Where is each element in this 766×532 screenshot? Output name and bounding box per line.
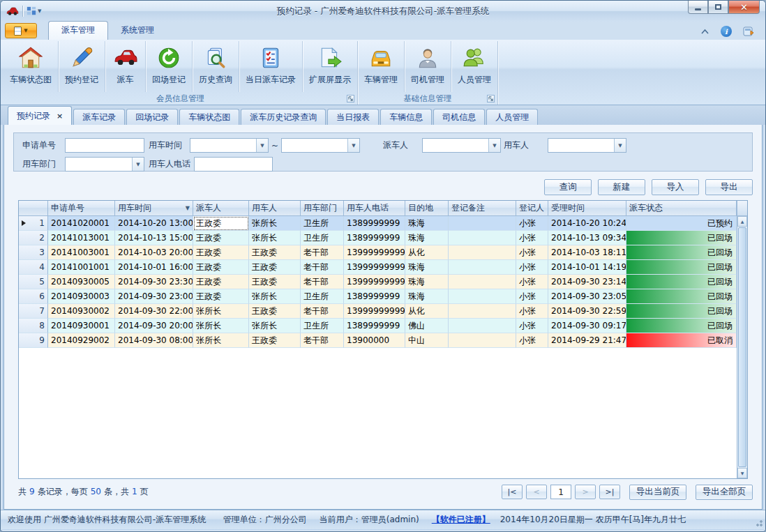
table-cell[interactable] <box>449 216 516 231</box>
chevron-down-icon[interactable]: ▼ <box>132 158 144 171</box>
table-cell[interactable]: 2014-09-30 23:05 <box>548 289 626 304</box>
last-page-button[interactable]: >| <box>599 485 620 499</box>
scrollbar-thumb[interactable] <box>738 227 746 467</box>
doc-tab[interactable]: 当日报表 <box>327 109 379 125</box>
ribbon-button[interactable]: 预约登记 <box>58 41 105 92</box>
table-cell[interactable]: 2014-10-13 15:00 <box>115 231 193 245</box>
table-cell[interactable]: 小张 <box>516 289 548 304</box>
table-cell[interactable]: 1389999999 <box>344 289 405 304</box>
ribbon-button[interactable]: 派车 <box>105 41 145 92</box>
collapse-ribbon-icon[interactable] <box>700 29 709 34</box>
table-row[interactable]: 5201409300052014-09-30 23:30王政委王政委老干部139… <box>19 275 737 289</box>
table-cell[interactable]: 20141013001 <box>48 231 115 245</box>
first-page-button[interactable]: |< <box>502 485 523 499</box>
table-cell[interactable]: 王政委 <box>249 275 301 289</box>
user-combo[interactable]: ▼ <box>548 138 626 153</box>
table-cell[interactable]: 王政委 <box>193 275 249 289</box>
table-cell[interactable] <box>449 245 516 260</box>
help-about-icon[interactable] <box>743 26 756 37</box>
table-cell[interactable]: 从化 <box>405 304 449 319</box>
table-cell[interactable]: 2014-09-30 22:00 <box>115 304 193 319</box>
table-cell[interactable]: 20140930003 <box>48 289 115 304</box>
doc-tab[interactable]: 人员管理 <box>486 109 538 125</box>
table-cell[interactable]: 王政委 <box>249 304 301 319</box>
table-cell[interactable]: 珠海 <box>405 275 449 289</box>
table-cell[interactable]: 中山 <box>405 333 449 348</box>
table-cell[interactable]: 小张 <box>516 245 548 260</box>
column-header[interactable]: 登记人 <box>516 201 548 216</box>
query-button[interactable]: 查询 <box>544 179 592 195</box>
use-time-to-combo[interactable]: ▼ <box>281 138 360 153</box>
resize-grip-icon[interactable] <box>754 518 763 526</box>
table-row[interactable]: 6201409300032014-09-30 23:00王政委张所长卫生所138… <box>19 289 737 304</box>
table-cell[interactable]: 张所长 <box>249 319 301 333</box>
use-time-from-combo[interactable]: ▼ <box>190 138 269 153</box>
order-no-input[interactable] <box>65 138 144 153</box>
table-cell[interactable] <box>449 304 516 319</box>
table-cell[interactable]: 1389999999 <box>344 319 405 333</box>
table-cell[interactable] <box>449 333 516 348</box>
table-row[interactable]: 3201410030012014-10-03 20:00王政委王政委老干部139… <box>19 245 737 260</box>
table-cell[interactable]: 2014-10-13 09:34 <box>548 231 626 245</box>
table-cell[interactable]: 2014-09-30 09:17 <box>548 319 626 333</box>
table-cell[interactable]: 老干部 <box>301 260 344 275</box>
table-cell[interactable]: 13999999999 <box>344 275 405 289</box>
table-row[interactable]: 1201410200012014-10-20 13:00王政委张所长卫生所138… <box>19 216 737 231</box>
table-cell[interactable]: 王政委 <box>193 289 249 304</box>
table-cell[interactable]: 张所长 <box>249 231 301 245</box>
table-cell[interactable]: 小张 <box>516 304 548 319</box>
prev-page-button[interactable]: < <box>526 485 547 499</box>
table-cell[interactable]: 2014-09-30 23:30 <box>115 275 193 289</box>
table-cell[interactable]: 20141003001 <box>48 245 115 260</box>
dialog-launcher-icon[interactable] <box>487 95 495 102</box>
table-cell[interactable]: 小张 <box>516 231 548 245</box>
table-row[interactable]: 4201410010012014-10-01 16:00王政委王政委老干部139… <box>19 260 737 275</box>
scroll-up-icon[interactable]: ▲ <box>737 216 747 227</box>
vertical-scrollbar[interactable]: ▲ ▼ <box>737 201 747 478</box>
table-cell[interactable]: 从化 <box>405 245 449 260</box>
table-cell[interactable]: 张所长 <box>193 319 249 333</box>
column-header[interactable]: 申请单号 <box>48 201 115 216</box>
column-header[interactable]: 派车人 <box>193 201 249 216</box>
table-cell[interactable]: 卫生所 <box>301 216 344 231</box>
doc-tab[interactable]: 预约记录× <box>8 106 72 125</box>
doc-tab[interactable]: 司机信息 <box>433 109 485 125</box>
table-cell[interactable]: 王政委 <box>249 333 301 348</box>
table-cell[interactable]: 王政委 <box>193 216 249 231</box>
export-button[interactable]: 导出 <box>705 179 753 195</box>
table-cell[interactable]: 2014-09-30 23:14 <box>548 275 626 289</box>
table-cell[interactable]: 2014-09-30 08:00 <box>115 333 193 348</box>
table-cell[interactable]: 2014-10-03 20:00 <box>115 245 193 260</box>
table-cell[interactable]: 1389999999 <box>344 216 405 231</box>
export-all-pages-button[interactable]: 导出全部页 <box>696 485 753 500</box>
table-cell[interactable]: 张所长 <box>193 304 249 319</box>
table-cell[interactable]: 2014-10-01 14:19 <box>548 260 626 275</box>
table-cell[interactable]: 13999999999 <box>344 260 405 275</box>
table-cell[interactable]: 珠海 <box>405 289 449 304</box>
column-header[interactable]: 目的地 <box>405 201 449 216</box>
table-cell[interactable]: 2014-09-30 20:00 <box>115 319 193 333</box>
table-cell[interactable]: 2014-10-03 18:11 <box>548 245 626 260</box>
ribbon-button[interactable]: 车辆管理 <box>358 41 404 92</box>
tab-close-icon[interactable]: × <box>57 112 63 121</box>
table-cell[interactable]: 13900000 <box>344 333 405 348</box>
ribbon-button[interactable]: 回场登记 <box>145 41 192 92</box>
table-cell[interactable]: 老干部 <box>301 245 344 260</box>
dispatcher-combo[interactable]: ▼ <box>422 138 501 153</box>
create-button[interactable]: 新建 <box>598 179 645 195</box>
column-header[interactable]: 用车部门 <box>301 201 344 216</box>
table-cell[interactable]: 2014-10-01 16:00 <box>115 260 193 275</box>
table-cell[interactable]: 20140930002 <box>48 304 115 319</box>
table-cell[interactable]: 20140930005 <box>48 275 115 289</box>
table-cell[interactable]: 小张 <box>516 333 548 348</box>
table-cell[interactable]: 张所长 <box>193 333 249 348</box>
doc-tab[interactable]: 派车历史记录查询 <box>241 109 326 125</box>
table-cell[interactable]: 王政委 <box>249 245 301 260</box>
table-cell[interactable]: 小张 <box>516 319 548 333</box>
column-header[interactable]: 派车状态 <box>626 201 737 216</box>
table-row[interactable]: 8201409300012014-09-30 20:00张所长张所长卫生所138… <box>19 319 737 333</box>
table-cell[interactable]: 张所长 <box>249 216 301 231</box>
table-cell[interactable]: 1389999999 <box>344 231 405 245</box>
table-cell[interactable]: 老干部 <box>301 275 344 289</box>
row-indicator-header[interactable] <box>19 201 48 216</box>
